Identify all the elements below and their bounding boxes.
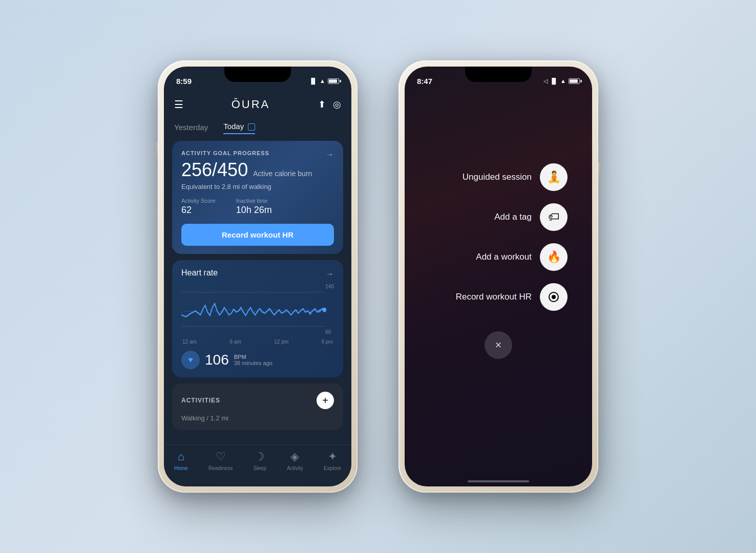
heart-rate-card: → Heart rate 140 60 — [172, 260, 343, 377]
left-content: → ACTIVITY GOAL PROGRESS 256/450 Active … — [164, 141, 351, 445]
heart-rate-svg — [181, 284, 334, 335]
hr-value: 106 — [205, 352, 229, 368]
right-screen: 8:47 ◁ ▐▌ ▲ Unguided session 🧘 Add a tag… — [405, 67, 592, 486]
record-hr-icon[interactable] — [540, 283, 568, 311]
battery-icon-right — [569, 78, 580, 84]
chart-y-labels: 140 60 — [325, 284, 334, 335]
phone-left: 8:59 ▐▌ ▲ ☰ ŌURA ⬆ ◎ Yesterday — [158, 60, 358, 493]
calories-label: Active calorie burn — [253, 169, 312, 178]
wifi-icon-right: ▲ — [560, 78, 566, 84]
workout-icon[interactable]: 🔥 — [540, 243, 568, 271]
activities-title: ACTIVITIES — [181, 397, 220, 404]
tabs-bar: Yesterday Today — [164, 118, 351, 138]
unguided-label: Unguided session — [429, 172, 532, 182]
tab-yesterday[interactable]: Yesterday — [174, 123, 208, 134]
heart-rate-chart: 140 60 — [181, 284, 334, 335]
home-indicator-right — [468, 480, 529, 482]
record-workout-btn-card[interactable]: Record workout HR — [181, 224, 334, 246]
notch-left — [224, 67, 291, 82]
tab-today[interactable]: Today — [223, 122, 255, 134]
location-icon: ◁ — [543, 78, 548, 84]
walking-equiv: Equivalent to 2.8 mi of walking — [181, 183, 334, 190]
svg-point-2 — [309, 311, 312, 315]
activities-section: ACTIVITIES + Walking / 1.2 mi — [172, 384, 343, 430]
unguided-icon[interactable]: 🧘 — [540, 163, 568, 191]
bpm-label: BPM — [234, 354, 272, 360]
activities-header: ACTIVITIES + — [181, 392, 334, 409]
menu-item-unguided[interactable]: Unguided session 🧘 — [429, 163, 568, 191]
home-label: Home — [174, 465, 188, 471]
workout-label: Add a workout — [429, 252, 532, 262]
sleep-label: Sleep — [253, 465, 266, 471]
menu-item-record-hr[interactable]: Record workout HR — [429, 283, 568, 311]
phone-right: 8:47 ◁ ▐▌ ▲ Unguided session 🧘 Add a tag… — [398, 60, 598, 493]
explore-label: Explore — [324, 465, 341, 471]
signal-icon-right: ▐▌ — [550, 78, 558, 84]
home-icon: ⌂ — [178, 450, 184, 463]
tab-home[interactable]: ⌂ Home — [174, 450, 188, 471]
right-status-icons: ◁ ▐▌ ▲ — [543, 78, 580, 84]
explore-icon: ✦ — [328, 450, 337, 463]
record-hr-label: Record workout HR — [429, 292, 532, 302]
menu-overlay: Unguided session 🧘 Add a tag 🏷 Add a wor… — [405, 67, 592, 486]
sleep-icon: ☽ — [255, 450, 265, 463]
svg-point-6 — [552, 295, 556, 299]
signal-icon: ▐▌ — [309, 78, 318, 84]
stats-row: Activity Score 62 Inactive time 10h 26m — [181, 198, 334, 216]
hr-bpm-info: BPM 38 minutes ago — [234, 354, 272, 366]
activity-goal-card[interactable]: → ACTIVITY GOAL PROGRESS 256/450 Active … — [172, 141, 343, 254]
oura-navbar: ☰ ŌURA ⬆ ◎ — [164, 91, 351, 118]
nav-right-icons: ⬆ ◎ — [318, 99, 341, 110]
right-status-time: 8:47 — [417, 77, 432, 86]
inactive-time-stat: Inactive time 10h 26m — [236, 198, 272, 216]
heart-rate-title: Heart rate — [181, 268, 334, 278]
menu-item-workout[interactable]: Add a workout 🔥 — [429, 243, 568, 271]
tab-explore[interactable]: ✦ Explore — [324, 450, 341, 471]
bottom-tab-bar: ⌂ Home ♡ Readiness ☽ Sleep ◈ Activity ✦ — [164, 444, 351, 486]
chart-x-labels: 12 am 6 am 12 pm 6 pm — [181, 339, 334, 345]
activity-card-title: ACTIVITY GOAL PROGRESS — [181, 150, 334, 156]
hr-card-arrow: → — [326, 269, 334, 279]
left-status-time: 8:59 — [176, 77, 192, 86]
left-screen: 8:59 ▐▌ ▲ ☰ ŌURA ⬆ ◎ Yesterday — [164, 67, 351, 486]
menu-icon[interactable]: ☰ — [174, 98, 183, 111]
tab-sleep[interactable]: ☽ Sleep — [253, 450, 266, 471]
notch-right — [465, 67, 532, 82]
oura-logo: ŌURA — [232, 98, 270, 111]
profile-icon[interactable]: ◎ — [333, 99, 341, 110]
activity-item-preview: Walking / 1.2 mi — [181, 414, 334, 422]
hr-current-row: ♥ 106 BPM 38 minutes ago — [181, 351, 334, 369]
add-activity-btn[interactable]: + — [317, 392, 334, 409]
calories-display: 256/450 — [181, 159, 248, 181]
calendar-icon — [248, 123, 255, 131]
svg-point-3 — [318, 309, 321, 313]
tag-label: Add a tag — [429, 212, 532, 222]
tag-icon[interactable]: 🏷 — [540, 203, 568, 231]
card-arrow-icon: → — [326, 150, 334, 159]
left-status-icons: ▐▌ ▲ — [309, 78, 339, 84]
heart-icon-circle: ♥ — [181, 351, 200, 369]
menu-item-tag[interactable]: Add a tag 🏷 — [429, 203, 568, 231]
hr-time-ago: 38 minutes ago — [234, 360, 272, 366]
calories-row: 256/450 Active calorie burn — [181, 159, 334, 181]
readiness-label: Readiness — [208, 465, 233, 471]
activity-label: Activity — [287, 465, 303, 471]
activity-score-stat: Activity Score 62 — [181, 198, 216, 216]
tab-readiness[interactable]: ♡ Readiness — [208, 450, 233, 471]
battery-icon — [328, 78, 339, 84]
tab-activity[interactable]: ◈ Activity — [287, 450, 303, 471]
phones-container: 8:59 ▐▌ ▲ ☰ ŌURA ⬆ ◎ Yesterday — [158, 60, 598, 493]
share-icon[interactable]: ⬆ — [318, 99, 326, 110]
activity-icon: ◈ — [290, 450, 299, 463]
close-btn[interactable]: × — [485, 331, 512, 359]
wifi-icon: ▲ — [320, 78, 325, 84]
readiness-icon: ♡ — [216, 450, 226, 463]
